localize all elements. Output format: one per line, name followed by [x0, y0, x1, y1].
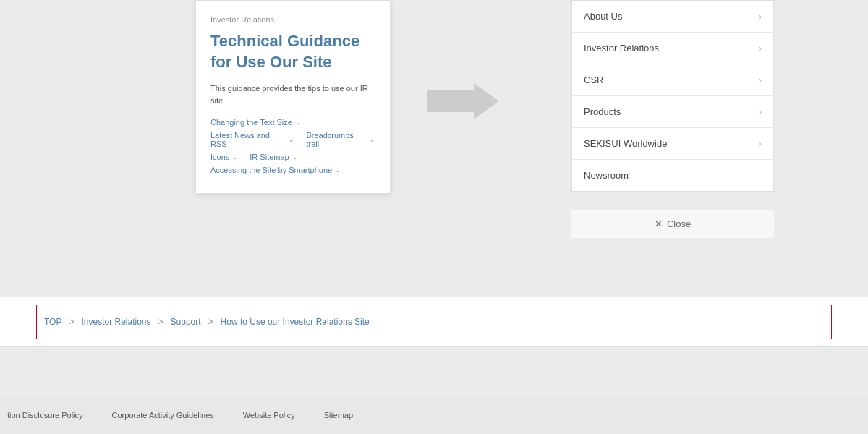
chevron-right-icon: ›	[759, 139, 762, 149]
nav-item-about[interactable]: About Us ›	[572, 1, 773, 33]
nav-item-label: CSR	[584, 75, 603, 85]
breadcrumb-separator: >	[208, 317, 213, 327]
footer-link-sitemap[interactable]: Sitemap	[324, 411, 353, 420]
chevron-right-icon: ›	[759, 107, 762, 117]
list-item[interactable]: Icons ⌄ IR Sitemap ⌄	[210, 153, 375, 161]
footer-links: tion Disclosure Policy Corporate Activit…	[0, 411, 353, 420]
breadcrumb: TOP > Investor Relations > Support > How…	[36, 305, 832, 339]
nav-item-label: SEKISUI Worldwide	[584, 138, 667, 149]
guidance-card: Investor Relations Technical Guidance fo…	[195, 0, 391, 194]
breadcrumb-separator: >	[69, 317, 74, 327]
link-label: Latest News and RSS	[210, 131, 286, 148]
link-label: Icons	[210, 153, 229, 161]
nav-item-csr[interactable]: CSR ›	[572, 64, 773, 96]
breadcrumb-investor-relations[interactable]: Investor Relations	[81, 317, 150, 327]
main-area: Investor Relations Technical Guidance fo…	[0, 0, 868, 434]
footer-link-disclosure[interactable]: tion Disclosure Policy	[7, 411, 83, 420]
chevron-down-icon: ⌄	[335, 166, 341, 174]
chevron-down-icon: ⌄	[232, 153, 238, 161]
nav-item-label: About Us	[584, 11, 622, 22]
chevron-down-icon: ⌄	[292, 153, 298, 161]
chevron-down-icon: ⌄	[289, 136, 294, 143]
chevron-right-icon: ›	[759, 43, 762, 54]
nav-item-label: Newsroom	[584, 170, 629, 181]
breadcrumb-support[interactable]: Support	[171, 317, 201, 327]
nav-item-label: Investor Relations	[584, 43, 659, 54]
link-label: Breadcrumbs trail	[306, 131, 367, 148]
nav-panel: About Us › Investor Relations › CSR › Pr…	[571, 0, 774, 192]
close-button[interactable]: ✕ Close	[571, 210, 774, 238]
breadcrumb-current[interactable]: How to Use our Investor Relations Site	[221, 317, 370, 327]
nav-item-label: Products	[584, 106, 621, 117]
list-item[interactable]: Accessing the Site by Smartphone ⌄	[210, 166, 375, 174]
chevron-right-icon: ›	[759, 75, 762, 85]
breadcrumb-section: TOP > Investor Relations > Support > How…	[0, 297, 868, 347]
list-item[interactable]: Changing the Text Size ⌄	[210, 118, 375, 127]
close-x-icon: ✕	[655, 218, 663, 229]
chevron-down-icon: ⌄	[295, 119, 301, 126]
link-label: Changing the Text Size	[210, 118, 292, 127]
link-changing-text[interactable]: Changing the Text Size ⌄	[210, 118, 375, 127]
nav-item-products[interactable]: Products ›	[572, 96, 773, 128]
close-label: Close	[667, 218, 691, 229]
nav-item-newsroom[interactable]: Newsroom	[572, 160, 773, 191]
card-description: This guidance provides the tips to use o…	[210, 82, 375, 106]
breadcrumb-top[interactable]: TOP	[44, 317, 61, 327]
arrow-container	[420, 80, 506, 123]
card-links-list: Changing the Text Size ⌄ Latest News and…	[210, 118, 375, 174]
link-latest-news[interactable]: Latest News and RSS ⌄	[210, 131, 294, 148]
nav-item-sekisui[interactable]: SEKISUI Worldwide ›	[572, 128, 773, 160]
link-icons[interactable]: Icons ⌄	[210, 153, 238, 161]
card-title: Technical Guidance for Use Our Site	[210, 31, 375, 72]
link-accessing-smartphone[interactable]: Accessing the Site by Smartphone ⌄	[210, 166, 375, 174]
chevron-down-icon: ⌄	[370, 136, 375, 143]
link-ir-sitemap[interactable]: IR Sitemap ⌄	[250, 153, 297, 161]
link-label: IR Sitemap	[250, 153, 289, 161]
breadcrumb-separator: >	[158, 317, 163, 327]
footer: tion Disclosure Policy Corporate Activit…	[0, 396, 868, 434]
svg-marker-0	[427, 83, 499, 119]
footer-link-corporate[interactable]: Corporate Activity Guidelines	[112, 411, 214, 420]
link-breadcrumbs[interactable]: Breadcrumbs trail ⌄	[306, 131, 375, 148]
footer-link-website[interactable]: Website Policy	[243, 411, 295, 420]
card-header: Investor Relations	[210, 15, 375, 24]
right-arrow-icon	[427, 83, 499, 119]
chevron-right-icon: ›	[759, 12, 762, 22]
list-item[interactable]: Latest News and RSS ⌄ Breadcrumbs trail …	[210, 131, 375, 148]
link-label: Accessing the Site by Smartphone	[210, 166, 332, 174]
nav-item-investor[interactable]: Investor Relations ›	[572, 33, 773, 64]
